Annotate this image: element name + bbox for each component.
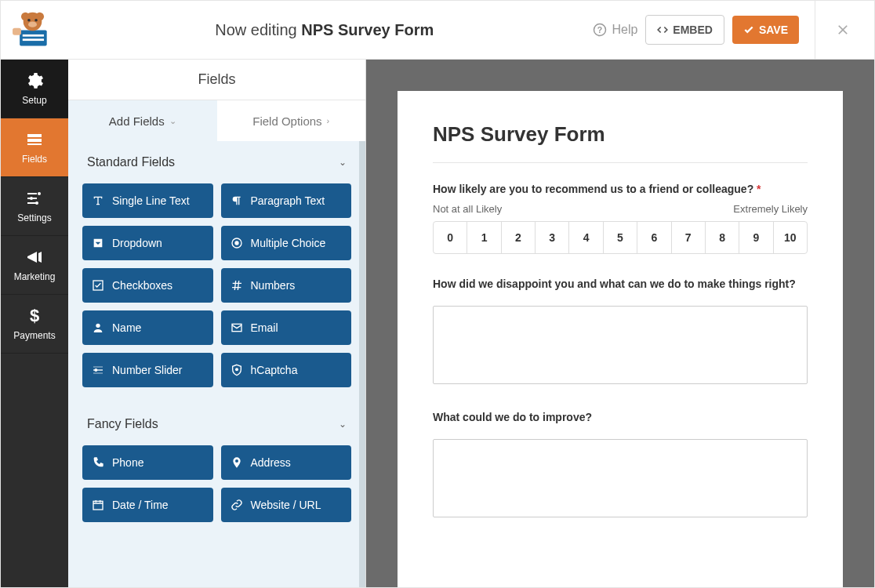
group-standard-fields[interactable]: Standard Fields⌄: [68, 141, 365, 183]
nav-setup[interactable]: Setup: [1, 60, 68, 118]
field-website-url[interactable]: Website / URL: [221, 488, 352, 522]
help-link[interactable]: ? Help: [593, 23, 637, 37]
slider-icon: [92, 364, 104, 376]
nps-scale[interactable]: 012345678910: [433, 221, 808, 254]
field-checkboxes[interactable]: Checkboxes: [82, 268, 213, 303]
scale-1[interactable]: 1: [467, 222, 501, 253]
nav-fields[interactable]: Fields: [1, 118, 68, 177]
chevron-down-icon: ⌄: [339, 419, 347, 430]
pin-icon: [231, 456, 243, 469]
check-icon: [92, 279, 104, 292]
scale-9[interactable]: 9: [739, 222, 773, 253]
scale-2[interactable]: 2: [502, 222, 536, 253]
radio-icon: [231, 237, 243, 249]
chevron-down-icon: ⌄: [339, 157, 347, 168]
calendar-icon: [92, 499, 104, 511]
svg-text:?: ?: [597, 25, 602, 34]
scale-3[interactable]: 3: [536, 222, 569, 253]
tab-field-options[interactable]: Field Options›: [217, 100, 366, 141]
field-address[interactable]: Address: [221, 445, 352, 480]
nav-payments[interactable]: $ Payments: [1, 295, 68, 354]
chevron-down-icon: ⌄: [169, 116, 176, 126]
field-email[interactable]: Email: [221, 310, 352, 345]
scale-8[interactable]: 8: [706, 222, 739, 253]
svg-point-6: [28, 22, 37, 27]
topbar: Now editing NPS Survey Form ? Help EMBED…: [1, 1, 874, 60]
save-button[interactable]: SAVE: [732, 16, 799, 44]
scale-7[interactable]: 7: [672, 222, 706, 253]
link-icon: [231, 499, 243, 511]
svg-point-22: [96, 324, 100, 328]
hash-icon: [231, 279, 243, 292]
svg-rect-13: [27, 139, 42, 142]
section-title: Fields: [68, 60, 365, 100]
svg-rect-9: [13, 28, 21, 35]
field-paragraph-text[interactable]: Paragraph Text: [221, 183, 352, 218]
form-canvas: NPS Survey Form How likely are you to re…: [366, 60, 874, 588]
svg-rect-0: [20, 30, 47, 45]
field-numbers[interactable]: Numbers: [221, 268, 352, 303]
chevron-right-icon: ›: [327, 116, 330, 125]
field-multiple-choice[interactable]: Multiple Choice: [221, 226, 352, 260]
field-dropdown[interactable]: Dropdown: [82, 226, 213, 260]
field-single-line-text[interactable]: Single Line Text: [82, 183, 213, 218]
scale-10[interactable]: 10: [774, 222, 807, 253]
question-disappoint[interactable]: How did we disappoint you and what can w…: [433, 278, 808, 290]
paragraph-icon: [231, 194, 243, 207]
question-improve[interactable]: What could we do to improve?: [433, 411, 808, 423]
scale-4[interactable]: 4: [569, 222, 603, 253]
fields-panel: Fields Add Fields⌄ Field Options› Standa…: [68, 60, 366, 588]
form-preview: NPS Survey Form How likely are you to re…: [398, 91, 843, 588]
brand-logo: [9, 9, 56, 52]
nav-settings[interactable]: Settings: [1, 177, 68, 236]
svg-rect-12: [27, 134, 42, 137]
question-nps[interactable]: How likely are you to recommend us to a …: [433, 183, 808, 195]
scale-labels: Not at all LikelyExtremely Likely: [433, 203, 808, 215]
side-nav: Setup Fields Settings Marketing $ Paymen…: [1, 60, 68, 588]
svg-point-20: [234, 241, 238, 245]
field-phone[interactable]: Phone: [82, 445, 213, 480]
svg-rect-1: [22, 34, 43, 37]
field-number-slider[interactable]: Number Slider: [82, 353, 213, 387]
phone-icon: [92, 456, 104, 469]
field-date-time[interactable]: Date / Time: [82, 488, 213, 522]
svg-rect-26: [93, 501, 103, 510]
svg-point-15: [38, 192, 41, 195]
field-hcaptcha[interactable]: hCaptcha: [221, 353, 352, 387]
mail-icon: [231, 321, 243, 334]
shield-icon: [231, 364, 243, 376]
svg-point-17: [35, 201, 38, 205]
svg-point-25: [235, 368, 238, 371]
svg-text:$: $: [30, 307, 39, 325]
scale-0[interactable]: 0: [434, 222, 467, 253]
field-name[interactable]: Name: [82, 310, 213, 345]
textarea-improve[interactable]: [433, 439, 808, 517]
svg-point-7: [27, 19, 31, 22]
form-title[interactable]: NPS Survey Form: [433, 122, 808, 147]
user-icon: [92, 321, 104, 334]
svg-point-8: [34, 19, 38, 22]
scale-6[interactable]: 6: [637, 222, 671, 253]
svg-rect-2: [22, 38, 43, 41]
page-title: Now editing NPS Survey Form: [56, 21, 593, 39]
text-icon: [92, 194, 104, 207]
divider: [433, 162, 808, 163]
close-button[interactable]: [815, 1, 859, 60]
nav-marketing[interactable]: Marketing: [1, 236, 68, 295]
tab-add-fields[interactable]: Add Fields⌄: [68, 100, 217, 141]
svg-point-16: [30, 197, 33, 200]
group-fancy-fields[interactable]: Fancy Fields⌄: [68, 403, 365, 445]
dropdown-icon: [92, 237, 104, 249]
textarea-disappoint[interactable]: [433, 306, 808, 384]
svg-point-24: [94, 368, 97, 372]
svg-rect-14: [27, 143, 42, 145]
embed-button[interactable]: EMBED: [645, 15, 724, 45]
scale-5[interactable]: 5: [604, 222, 637, 253]
